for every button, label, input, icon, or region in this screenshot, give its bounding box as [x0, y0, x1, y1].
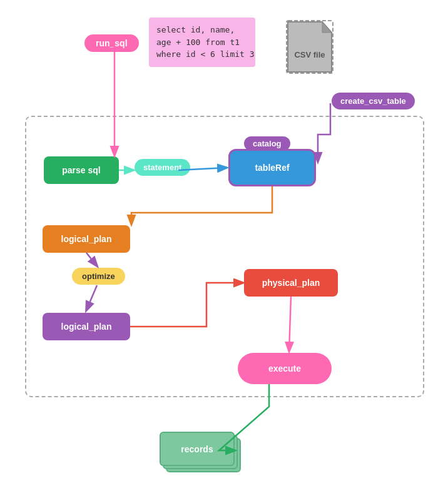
svg-text:CSV file: CSV file [294, 50, 325, 59]
sql-note-text: select id, name, age + 100 from t1 where… [156, 25, 255, 59]
run-sql-node: run_sql [84, 34, 139, 52]
logical-plan-purple-label: logical_plan [61, 322, 112, 332]
table-ref-node: tableRef [228, 149, 316, 186]
optimize-node: optimize [72, 268, 125, 285]
execute-node: execute [238, 353, 332, 384]
logical-plan-orange-label: logical_plan [61, 234, 112, 244]
optimize-label: optimize [82, 272, 115, 281]
sql-note: select id, name, age + 100 from t1 where… [149, 18, 255, 67]
svg-marker-1 [322, 22, 332, 33]
record-card-front: records [160, 432, 235, 466]
execute-label: execute [268, 363, 301, 374]
parse-sql-label: parse sql [62, 165, 100, 175]
statement-label: statement [143, 163, 181, 172]
table-ref-label: tableRef [255, 163, 289, 173]
diagram-container: run_sql select id, name, age + 100 from … [0, 0, 448, 493]
run-sql-label: run_sql [96, 38, 128, 48]
create-csv-table-node: create_csv_table [332, 93, 415, 109]
physical-plan-node: physical_plan [244, 269, 338, 297]
create-csv-label: create_csv_table [340, 96, 406, 106]
catalog-text: catalog [253, 139, 282, 148]
physical-plan-label: physical_plan [262, 278, 320, 288]
logical-plan-purple-node: logical_plan [43, 313, 130, 340]
parse-sql-node: parse sql [44, 156, 119, 184]
statement-node: statement [135, 159, 190, 176]
logical-plan-orange-node: logical_plan [43, 225, 130, 253]
records-label: records [181, 444, 213, 454]
csv-file-icon: CSV file [282, 19, 338, 75]
